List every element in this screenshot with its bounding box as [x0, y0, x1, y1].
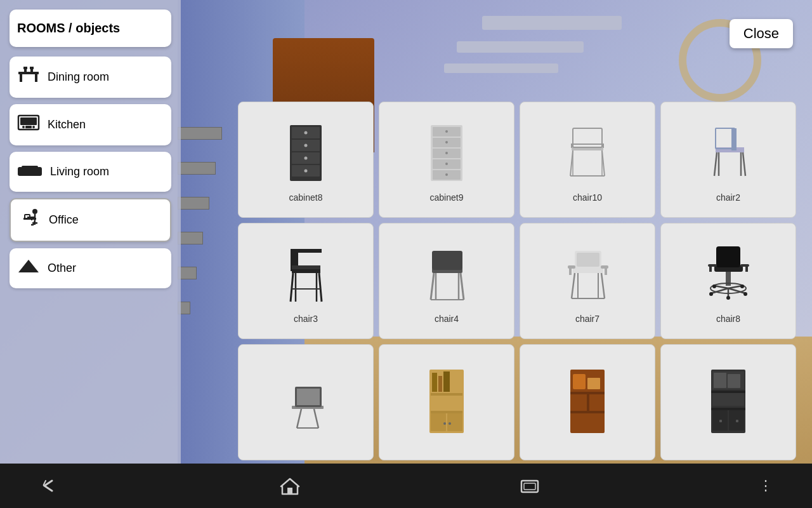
svg-rect-2 [35, 74, 37, 82]
svg-rect-117 [431, 413, 446, 431]
svg-rect-95 [745, 267, 748, 272]
svg-rect-136 [728, 374, 740, 388]
chair2-label: chair2 [716, 192, 740, 203]
object-card-shelf2[interactable] [520, 344, 655, 460]
home-button[interactable] [279, 476, 301, 495]
shelf2-image [553, 366, 622, 436]
svg-line-101 [714, 286, 728, 288]
chair3-image [271, 240, 341, 310]
svg-line-102 [728, 286, 742, 288]
nav-bar: ⋮ [0, 464, 812, 508]
svg-rect-82 [601, 265, 608, 269]
svg-point-122 [443, 422, 446, 425]
chair10-image [553, 119, 622, 189]
svg-point-123 [449, 422, 451, 425]
svg-rect-120 [438, 376, 442, 392]
svg-rect-65 [292, 265, 320, 269]
recents-button[interactable] [519, 477, 540, 495]
svg-point-42 [445, 130, 448, 133]
object-card-chair8[interactable]: chair8 [660, 223, 796, 339]
close-button[interactable]: Close [730, 19, 793, 48]
svg-rect-11 [25, 126, 32, 128]
object-card-chair10[interactable]: chair10 [520, 102, 655, 218]
object-card-desk1[interactable] [238, 344, 374, 460]
svg-line-58 [714, 152, 717, 176]
object-card-cabinet8[interactable]: cabinet8 [238, 102, 374, 218]
svg-rect-6 [30, 69, 33, 72]
svg-rect-127 [587, 394, 589, 411]
svg-rect-83 [569, 269, 572, 275]
cabinet8-image [271, 119, 341, 189]
object-card-shelf3[interactable] [660, 344, 796, 460]
svg-rect-141 [736, 420, 738, 422]
svg-rect-8 [20, 117, 37, 125]
chair3-label: chair3 [294, 314, 318, 324]
svg-rect-1 [20, 74, 22, 82]
svg-point-103 [709, 292, 713, 296]
object-card-cabinet9[interactable]: cabinet9 [379, 102, 514, 218]
living-icon [17, 161, 43, 183]
cabinet8-label: cabinet8 [289, 192, 323, 203]
svg-line-67 [319, 273, 322, 302]
svg-rect-129 [573, 374, 586, 389]
sidebar-item-living[interactable]: Living room [10, 152, 171, 192]
svg-rect-126 [570, 411, 605, 413]
svg-point-45 [445, 163, 448, 165]
svg-rect-115 [431, 393, 462, 396]
svg-rect-145 [524, 483, 535, 490]
svg-rect-80 [577, 253, 599, 267]
svg-point-106 [712, 284, 716, 288]
svg-rect-3 [23, 67, 27, 69]
chair4-label: chair4 [435, 314, 459, 324]
sidebar-item-other[interactable]: Other [10, 248, 171, 288]
sidebar-item-kitchen[interactable]: Kitchen [10, 104, 171, 145]
object-card-shelf1[interactable] [379, 344, 514, 460]
office-icon [18, 208, 41, 232]
back-button[interactable] [38, 477, 61, 495]
cabinet9-label: cabinet9 [430, 192, 464, 203]
svg-line-111 [297, 409, 301, 428]
svg-point-33 [304, 144, 308, 147]
svg-rect-84 [605, 269, 607, 275]
svg-line-74 [461, 273, 464, 300]
chair4-image [412, 240, 481, 310]
svg-rect-92 [708, 264, 717, 267]
svg-rect-137 [712, 393, 744, 406]
svg-point-44 [445, 152, 448, 154]
sidebar-item-office[interactable]: Office [10, 198, 171, 242]
sidebar-item-dining[interactable]: Dining room [10, 57, 171, 98]
object-card-chair4[interactable]: chair4 [379, 223, 514, 339]
svg-point-105 [726, 296, 730, 300]
svg-point-43 [445, 141, 448, 144]
svg-rect-116 [431, 411, 462, 413]
object-card-chair7[interactable]: chair7 [520, 223, 655, 339]
svg-rect-5 [24, 69, 27, 72]
cabinet9-image [412, 119, 481, 189]
chair7-label: chair7 [575, 314, 599, 324]
svg-point-104 [743, 292, 747, 296]
rooms-objects-button[interactable]: ROOMS / objects [10, 10, 171, 47]
svg-rect-143 [287, 488, 292, 494]
svg-point-34 [304, 156, 308, 159]
svg-rect-4 [30, 67, 34, 69]
svg-rect-121 [443, 371, 450, 392]
svg-rect-125 [570, 392, 605, 394]
chair8-image [693, 240, 763, 310]
svg-line-112 [314, 409, 318, 428]
svg-point-16 [32, 209, 37, 214]
shelf1-image [412, 366, 481, 436]
svg-rect-130 [587, 378, 600, 389]
object-card-chair3[interactable]: chair3 [238, 223, 374, 339]
object-card-chair2[interactable]: chair2 [660, 102, 796, 218]
more-options[interactable]: ⋮ [759, 478, 774, 494]
svg-rect-93 [740, 264, 749, 267]
sidebar-item-other-label: Other [48, 262, 76, 275]
bg-staircase [178, 127, 228, 381]
chair7-image [553, 240, 622, 310]
svg-line-66 [291, 273, 293, 302]
svg-rect-132 [711, 391, 745, 393]
svg-rect-91 [716, 246, 740, 267]
svg-line-73 [431, 273, 434, 300]
svg-rect-140 [719, 420, 722, 422]
kitchen-icon [17, 113, 40, 137]
